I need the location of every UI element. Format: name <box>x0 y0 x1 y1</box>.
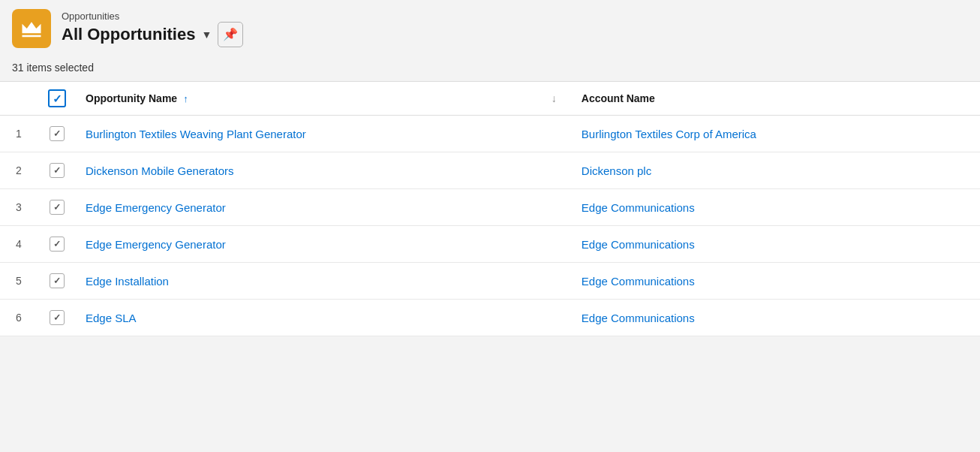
sort-down-arrow-icon[interactable]: ↓ <box>552 92 557 104</box>
row-number: 5 <box>0 263 38 300</box>
row-checkbox-cell[interactable]: ✓ <box>38 263 77 300</box>
header-text-block: Opportunities All Opportunities ▼ 📌 <box>62 11 243 47</box>
app-icon <box>12 9 51 48</box>
row-checkbox[interactable]: ✓ <box>50 310 65 325</box>
row-number: 3 <box>0 189 38 226</box>
row-check-mark: ✓ <box>53 166 61 175</box>
pin-button[interactable]: 📌 <box>218 22 243 47</box>
table-header-row: ✓ Opportunity Name ↑ ↓ Account Name <box>0 82 980 116</box>
row-check-mark: ✓ <box>53 276 61 285</box>
table-body: 1✓Burlington Textiles Weaving Plant Gene… <box>0 116 980 336</box>
opportunity-name-cell[interactable]: Edge SLA <box>77 300 543 336</box>
account-name-cell[interactable]: Burlington Textiles Corp of America <box>573 116 980 152</box>
header-subtitle: Opportunities <box>62 11 243 22</box>
opportunity-name-cell[interactable]: Burlington Textiles Weaving Plant Genera… <box>77 116 543 152</box>
row-check-mark: ✓ <box>53 203 61 212</box>
page-title: All Opportunities <box>62 25 195 44</box>
sort-spacer-cell <box>543 116 573 152</box>
row-check-mark: ✓ <box>53 129 61 138</box>
row-checkbox-cell[interactable]: ✓ <box>38 226 77 263</box>
col-header-checkbox[interactable]: ✓ <box>38 82 77 116</box>
opportunity-name-cell[interactable]: Edge Installation <box>77 263 543 300</box>
opportunity-name-cell[interactable]: Dickenson Mobile Generators <box>77 152 543 189</box>
account-name-cell[interactable]: Edge Communications <box>573 226 980 263</box>
table-row: 5✓Edge InstallationEdge Communications <box>0 263 980 300</box>
account-name-cell[interactable]: Edge Communications <box>573 263 980 300</box>
row-checkbox[interactable]: ✓ <box>50 237 65 252</box>
table-row: 1✓Burlington Textiles Weaving Plant Gene… <box>0 116 980 152</box>
row-number: 6 <box>0 300 38 336</box>
sort-up-icon[interactable]: ↑ <box>183 93 188 104</box>
row-checkbox[interactable]: ✓ <box>50 126 65 141</box>
row-check-mark: ✓ <box>53 313 61 322</box>
sort-spacer-cell <box>543 300 573 336</box>
opportunity-name-cell[interactable]: Edge Emergency Generator <box>77 226 543 263</box>
row-number: 1 <box>0 116 38 152</box>
sort-spacer-cell <box>543 226 573 263</box>
title-dropdown-arrow[interactable]: ▼ <box>201 29 212 41</box>
select-all-check-mark: ✓ <box>53 93 62 104</box>
row-check-mark: ✓ <box>53 240 61 249</box>
select-all-checkbox[interactable]: ✓ <box>48 89 66 107</box>
pin-icon: 📌 <box>223 27 238 41</box>
sort-spacer-cell <box>543 189 573 226</box>
account-name-cell[interactable]: Edge Communications <box>573 300 980 336</box>
account-name-cell[interactable]: Edge Communications <box>573 189 980 226</box>
col-header-num <box>0 82 38 116</box>
sort-spacer-cell <box>543 152 573 189</box>
row-checkbox[interactable]: ✓ <box>50 163 65 178</box>
row-checkbox-cell[interactable]: ✓ <box>38 189 77 226</box>
row-checkbox[interactable]: ✓ <box>50 200 65 215</box>
items-selected-label: 31 items selected <box>0 57 980 81</box>
sort-spacer-cell <box>543 263 573 300</box>
col-header-opportunity-name[interactable]: Opportunity Name ↑ <box>77 82 543 116</box>
opportunity-name-cell[interactable]: Edge Emergency Generator <box>77 189 543 226</box>
table-row: 3✓Edge Emergency GeneratorEdge Communica… <box>0 189 980 226</box>
row-checkbox-cell[interactable]: ✓ <box>38 300 77 336</box>
row-number: 4 <box>0 226 38 263</box>
col-header-sort-toggle[interactable]: ↓ <box>543 82 573 116</box>
row-checkbox[interactable]: ✓ <box>50 273 65 288</box>
table-row: 6✓Edge SLAEdge Communications <box>0 300 980 336</box>
table-container: ✓ Opportunity Name ↑ ↓ Account Name 1✓Bu… <box>0 81 980 336</box>
col-header-account-name: Account Name <box>573 82 980 116</box>
row-number: 2 <box>0 152 38 189</box>
opp-header-left: Opportunity Name ↑ <box>86 92 534 104</box>
page-header: Opportunities All Opportunities ▼ 📌 <box>0 0 980 57</box>
crown-icon <box>20 17 43 40</box>
row-checkbox-cell[interactable]: ✓ <box>38 152 77 189</box>
opportunities-table: ✓ Opportunity Name ↑ ↓ Account Name 1✓Bu… <box>0 82 980 336</box>
opportunity-name-label: Opportunity Name <box>86 92 177 104</box>
table-row: 4✓Edge Emergency GeneratorEdge Communica… <box>0 226 980 263</box>
table-row: 2✓Dickenson Mobile GeneratorsDickenson p… <box>0 152 980 189</box>
row-checkbox-cell[interactable]: ✓ <box>38 116 77 152</box>
account-name-cell[interactable]: Dickenson plc <box>573 152 980 189</box>
header-title-row: All Opportunities ▼ 📌 <box>62 22 243 47</box>
